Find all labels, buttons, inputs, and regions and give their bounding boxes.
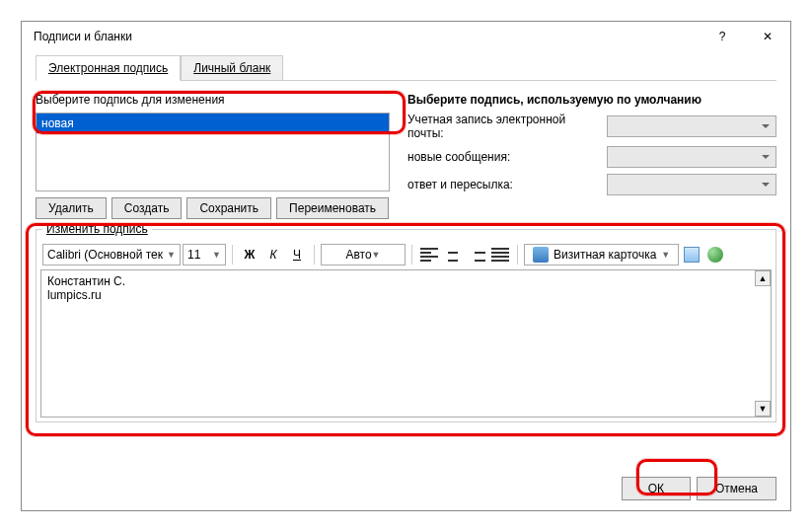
new-messages-combo[interactable]: [607, 146, 776, 168]
align-right-button[interactable]: [466, 244, 487, 266]
account-combo[interactable]: [607, 115, 776, 137]
tab-stationery-label: Личный бланк: [193, 61, 270, 75]
edit-signature-group: Изменить подпись Calibri (Основной тек▼ …: [36, 229, 776, 422]
insert-image-button[interactable]: [681, 244, 702, 266]
signature-list[interactable]: новая: [36, 113, 390, 191]
tab-esignature-label: Электронная подпись: [48, 61, 168, 75]
tab-bar: Электронная подпись Личный бланк: [36, 55, 776, 81]
font-size-select[interactable]: 11▼: [183, 244, 226, 266]
ok-button[interactable]: ОК: [622, 477, 691, 500]
window-title: Подписи и бланки: [30, 30, 132, 43]
save-button[interactable]: Сохранить: [186, 197, 271, 219]
insert-link-button[interactable]: [704, 244, 726, 266]
picture-icon: [684, 247, 700, 263]
help-button[interactable]: ?: [700, 22, 745, 51]
select-signature-label: Выберите подпись для изменения: [36, 93, 390, 107]
align-justify-button[interactable]: [489, 244, 511, 266]
titlebar: Подписи и бланки ? ✕: [22, 22, 790, 51]
replies-combo[interactable]: [607, 174, 776, 195]
separator: [314, 245, 315, 265]
globe-link-icon: [707, 247, 723, 263]
close-button[interactable]: ✕: [745, 22, 790, 51]
chevron-down-icon: ▼: [661, 250, 670, 260]
chevron-down-icon: ▼: [372, 250, 381, 260]
delete-button[interactable]: Удалить: [36, 197, 107, 219]
rename-button[interactable]: Переименовать: [276, 197, 389, 219]
separator: [517, 245, 518, 265]
cancel-button[interactable]: Отмена: [697, 477, 776, 500]
list-item[interactable]: новая: [37, 114, 389, 133]
scroll-up-button[interactable]: ▲: [755, 270, 771, 286]
editor-toolbar: Calibri (Основной тек▼ 11▼ Ж К Ч Авто▼ В…: [40, 244, 772, 269]
color-select[interactable]: Авто▼: [321, 244, 406, 266]
chevron-down-icon: ▼: [212, 250, 221, 260]
editor-line: lumpics.ru: [47, 288, 765, 302]
tab-esignature[interactable]: Электронная подпись: [36, 55, 181, 81]
italic-button[interactable]: К: [262, 244, 284, 266]
person-card-icon: [533, 247, 549, 263]
align-left-button[interactable]: [418, 244, 440, 266]
align-center-button[interactable]: [442, 244, 464, 266]
new-msgs-field-label: новые сообщения:: [407, 150, 595, 164]
tab-stationery[interactable]: Личный бланк: [181, 55, 283, 81]
reply-field-label: ответ и пересылка:: [407, 178, 595, 191]
edit-signature-label: Изменить подпись: [42, 222, 152, 236]
business-card-button[interactable]: Визитная карточка ▼: [524, 244, 679, 266]
chevron-down-icon: ▼: [167, 250, 176, 260]
default-signature-label: Выберите подпись, используемую по умолча…: [407, 93, 776, 107]
signature-editor[interactable]: Константин С. lumpics.ru ▲ ▼: [40, 269, 772, 418]
bold-button[interactable]: Ж: [239, 244, 260, 266]
account-field-label: Учетная запись электронной почты:: [407, 113, 595, 140]
signatures-dialog: Подписи и бланки ? ✕ Электронная подпись…: [21, 21, 791, 511]
underline-button[interactable]: Ч: [286, 244, 308, 266]
separator: [411, 245, 412, 265]
font-select[interactable]: Calibri (Основной тек▼: [42, 244, 181, 266]
create-button[interactable]: Создать: [111, 197, 183, 219]
separator: [232, 245, 233, 265]
scroll-down-button[interactable]: ▼: [755, 401, 771, 417]
editor-line: Константин С.: [47, 274, 765, 288]
